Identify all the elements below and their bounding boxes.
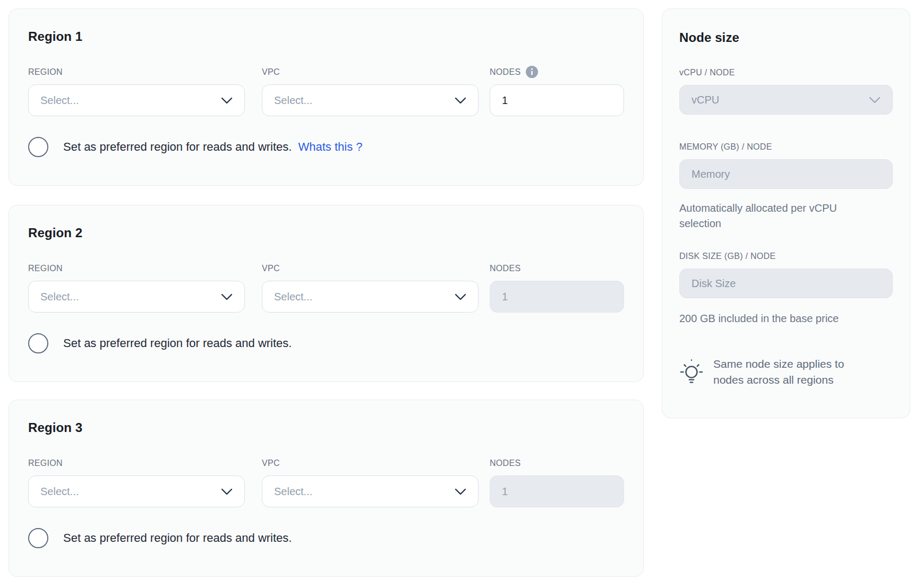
chevron-down-icon [455, 97, 466, 104]
info-icon[interactable] [526, 66, 538, 78]
vcpu-select-disabled: vCPU [679, 85, 893, 115]
region-select[interactable]: Select... [28, 281, 245, 313]
nodes-label-text: NODES [490, 67, 520, 77]
region-select-placeholder: Select... [40, 486, 79, 498]
chevron-down-icon [455, 488, 466, 495]
chevron-down-icon [869, 97, 881, 103]
preferred-region-radio[interactable] [28, 528, 48, 548]
vpc-select[interactable]: Select... [262, 84, 479, 116]
preferred-region-radio[interactable] [28, 137, 48, 157]
disk-size-help-text: 200 GB included in the base price [679, 311, 870, 326]
nodes-field: NODES [490, 458, 624, 507]
vpc-select-label: VPC [262, 263, 479, 273]
region-select-label: REGION [28, 263, 245, 273]
region-select[interactable]: Select... [28, 84, 245, 116]
nodes-field: NODES [490, 67, 624, 116]
region-title: Region 1 [28, 29, 624, 44]
nodes-field: NODES [490, 263, 624, 313]
nodes-input[interactable] [490, 84, 624, 116]
lightbulb-icon [679, 357, 704, 384]
node-size-note: Same node size applies to nodes across a… [713, 356, 873, 388]
preferred-region-radio[interactable] [28, 333, 48, 353]
memory-help-text: Automatically allocated per vCPU selecti… [679, 201, 870, 231]
region-select-placeholder: Select... [40, 94, 79, 107]
memory-label: MEMORY (GB) / NODE [679, 142, 893, 152]
vpc-select-placeholder: Select... [274, 486, 312, 498]
preferred-region-label: Set as preferred region for reads and wr… [63, 336, 292, 350]
preferred-region-label: Set as preferred region for reads and wr… [63, 140, 292, 154]
preferred-region-label: Set as preferred region for reads and wr… [63, 531, 292, 545]
vpc-select-placeholder: Select... [274, 291, 312, 303]
whats-this-link[interactable]: Whats this ? [298, 140, 362, 154]
vpc-select-label: VPC [262, 458, 479, 468]
node-size-note-row: Same node size applies to nodes across a… [679, 356, 893, 388]
vpc-field: VPC Select... [262, 263, 479, 313]
disk-size-input-disabled [679, 269, 893, 298]
region-field: REGION Select... [28, 263, 245, 313]
region-select-label: REGION [28, 67, 245, 77]
nodes-input-disabled [490, 281, 624, 313]
vcpu-select-placeholder: vCPU [692, 94, 719, 106]
nodes-label: NODES [490, 67, 624, 77]
vpc-select[interactable]: Select... [262, 475, 479, 507]
nodes-label-text: NODES [490, 459, 520, 468]
chevron-down-icon [221, 97, 233, 104]
preferred-region-row: Set as preferred region for reads and wr… [28, 333, 624, 353]
chevron-down-icon [455, 293, 466, 300]
nodes-label: NODES [490, 263, 624, 273]
region-field: REGION Select... [28, 458, 245, 507]
region-fields-row: REGION Select... VPC Select... NODES [28, 67, 624, 116]
nodes-label: NODES [490, 458, 624, 468]
chevron-down-icon [221, 293, 233, 300]
vpc-field: VPC Select... [262, 458, 479, 507]
vpc-select[interactable]: Select... [262, 281, 479, 313]
memory-input-disabled [679, 159, 893, 189]
region-select-placeholder: Select... [40, 291, 79, 303]
node-size-title: Node size [679, 30, 893, 45]
node-size-card: Node size vCPU / NODE vCPU MEMORY (GB) /… [662, 8, 910, 418]
chevron-down-icon [221, 488, 233, 495]
region-fields-row: REGION Select... VPC Select... NODES [28, 458, 624, 507]
nodes-input-disabled [490, 475, 624, 507]
region-select[interactable]: Select... [28, 475, 245, 507]
preferred-region-row: Set as preferred region for reads and wr… [28, 528, 624, 548]
region-title: Region 3 [28, 420, 624, 435]
vpc-select-label: VPC [262, 67, 479, 77]
region-title: Region 2 [28, 226, 624, 240]
region-card-2: Region 2 REGION Select... VPC Select... … [8, 205, 644, 382]
vcpu-label: vCPU / NODE [679, 68, 893, 77]
region-card-1: Region 1 REGION Select... VPC Select... … [8, 8, 644, 186]
disk-size-label: DISK SIZE (GB) / NODE [679, 252, 893, 261]
region-card-3: Region 3 REGION Select... VPC Select... … [8, 400, 644, 577]
vpc-select-placeholder: Select... [274, 94, 312, 107]
preferred-region-row: Set as preferred region for reads and wr… [28, 137, 624, 157]
region-fields-row: REGION Select... VPC Select... NODES [28, 263, 624, 313]
vpc-field: VPC Select... [262, 67, 479, 116]
region-select-label: REGION [28, 458, 245, 468]
nodes-label-text: NODES [490, 264, 520, 273]
region-field: REGION Select... [28, 67, 245, 116]
